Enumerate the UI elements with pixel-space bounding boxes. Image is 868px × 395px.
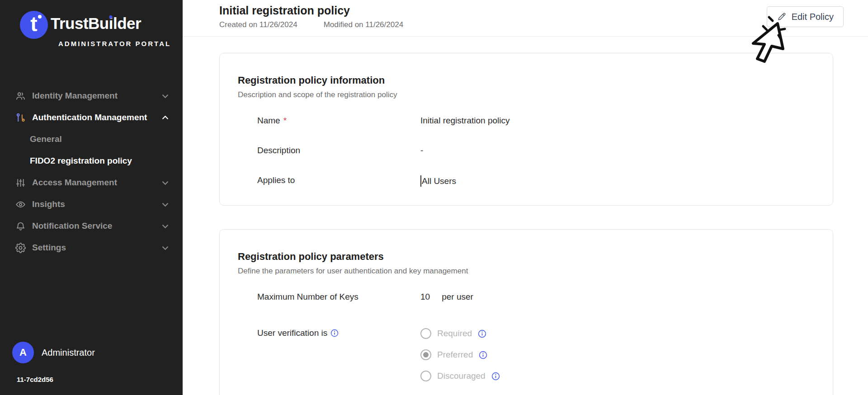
pencil-icon (777, 12, 787, 22)
sidebar-item-label: Notification Service (32, 221, 112, 231)
brand-logo: t (20, 11, 48, 39)
info-icon[interactable] (330, 329, 339, 337)
applies-to-label: Applies to (257, 175, 420, 185)
name-value: Initial registration policy (420, 116, 509, 126)
page-header: Initial registration policy Created on 1… (183, 0, 868, 37)
user-verification-label: User verification is (257, 328, 420, 338)
main-content: Initial registration policy Created on 1… (183, 0, 868, 395)
user-verification-row: User verification is Required (238, 328, 815, 381)
sidebar: t TrustBuilder ADMINISTRATOR PORTAL Iden… (0, 0, 183, 395)
sidebar-item-settings[interactable]: Settings (0, 237, 183, 259)
max-keys-row: Maximum Number of Keys 10 per user (238, 292, 815, 302)
card-subtitle: Description and scope of the registratio… (238, 90, 815, 99)
content-area: Registration policy information Descript… (183, 37, 868, 395)
radio-unchecked-icon[interactable] (420, 371, 431, 381)
chevron-up-icon (161, 114, 169, 122)
sidebar-subitem-label: General (30, 134, 62, 144)
passkey-icon (15, 112, 26, 123)
sidebar-item-authentication-management[interactable]: Authentication Management (0, 107, 183, 128)
name-label: Name * (257, 116, 420, 126)
user-verification-options: Required Preferred Dis (420, 328, 500, 381)
page-title: Initial registration policy (219, 4, 350, 17)
chevron-down-icon (161, 179, 169, 187)
sidebar-item-label: Authentication Management (32, 113, 147, 122)
brand-portal-subtitle: ADMINISTRATOR PORTAL (58, 40, 171, 47)
edit-policy-button[interactable]: Edit Policy (767, 6, 844, 27)
card-subtitle: Define the parameters for user authentic… (238, 267, 815, 276)
name-row: Name * Initial registration policy (238, 116, 815, 126)
registration-policy-information-card: Registration policy information Descript… (219, 53, 833, 206)
gear-icon (15, 242, 26, 253)
sidebar-item-insights[interactable]: Insights (0, 193, 183, 215)
sliders-icon (15, 177, 26, 188)
radio-checked-icon[interactable] (420, 349, 431, 360)
page-dates: Created on 11/26/2024 Modified on 11/26/… (219, 20, 403, 29)
max-keys-unit: per user (442, 292, 473, 302)
text-cursor (420, 175, 421, 187)
sidebar-subitem-general[interactable]: General (0, 128, 183, 150)
version-label: 11-7cd2d56 (17, 376, 53, 383)
sidebar-item-label: Access Management (32, 178, 117, 188)
chevron-down-icon (161, 222, 169, 230)
sidebar-nav: Identity Management Authentication Manag… (0, 85, 183, 259)
eye-icon (15, 199, 26, 210)
sidebar-item-label: Insights (32, 199, 65, 209)
radio-option-discouraged[interactable]: Discouraged (420, 371, 500, 381)
sidebar-item-label: Identity Management (32, 91, 118, 101)
radio-option-required[interactable]: Required (420, 328, 500, 339)
chevron-down-icon (161, 201, 169, 208)
max-keys-number: 10 (420, 292, 430, 302)
users-icon (15, 90, 26, 101)
chevron-down-icon (161, 244, 169, 252)
sidebar-item-access-management[interactable]: Access Management (0, 172, 183, 193)
sidebar-subitem-label: FIDO2 registration policy (30, 156, 132, 166)
user-name: Administrator (42, 348, 95, 358)
radio-unchecked-icon[interactable] (420, 328, 431, 339)
created-date: Created on 11/26/2024 (219, 20, 297, 29)
description-row: Description - (238, 146, 815, 155)
user-menu[interactable]: A Administrator (12, 342, 95, 363)
info-icon[interactable] (478, 329, 486, 338)
brand-name: TrustBuilder (51, 14, 141, 33)
sidebar-subitem-fido2-registration-policy[interactable]: FIDO2 registration policy (0, 150, 183, 172)
info-icon[interactable] (491, 372, 500, 381)
info-icon[interactable] (479, 351, 487, 359)
max-keys-label: Maximum Number of Keys (257, 292, 420, 302)
applies-to-row: Applies to All Users (238, 175, 815, 187)
sidebar-item-label: Settings (32, 243, 66, 253)
bell-icon (15, 221, 26, 231)
sidebar-item-notification-service[interactable]: Notification Service (0, 215, 183, 237)
max-keys-value: 10 per user (420, 292, 473, 302)
registration-policy-parameters-card: Registration policy parameters Define th… (219, 229, 833, 395)
chevron-down-icon (161, 92, 169, 100)
edit-policy-label: Edit Policy (792, 12, 834, 22)
brand-logo-letter: t (30, 12, 37, 36)
card-title: Registration policy parameters (238, 251, 815, 263)
card-title: Registration policy information (238, 75, 815, 86)
description-label: Description (257, 146, 420, 155)
description-value: - (420, 146, 423, 155)
modified-date: Modified on 11/26/2024 (324, 20, 403, 29)
radio-option-preferred[interactable]: Preferred (420, 349, 500, 360)
required-asterisk: * (283, 116, 287, 126)
applies-to-value: All Users (420, 175, 456, 187)
sidebar-item-identity-management[interactable]: Identity Management (0, 85, 183, 107)
avatar: A (12, 342, 34, 363)
